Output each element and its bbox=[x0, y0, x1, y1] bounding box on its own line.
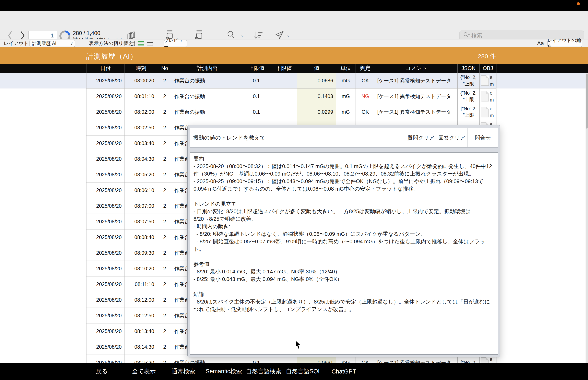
cell-time[interactable]: 08:11:10 bbox=[125, 276, 157, 292]
table-row[interactable]: 2025/08/2008:01:102作業台の振動0.10.1403mGNG[ケ… bbox=[0, 89, 588, 104]
list-view-button[interactable] bbox=[137, 41, 144, 46]
cell-time[interactable]: 08:13:40 bbox=[125, 323, 157, 339]
cell-date[interactable]: 2025/08/20 bbox=[86, 245, 125, 261]
ai-question-input[interactable]: 振動の値のトレンドを教えて bbox=[190, 128, 406, 147]
cell-date[interactable]: 2025/08/20 bbox=[86, 308, 125, 323]
cell-time[interactable]: 08:08:40 bbox=[125, 229, 157, 245]
cell-no[interactable]: 2 bbox=[157, 339, 172, 355]
cell-upper[interactable]: 0.1 bbox=[242, 73, 271, 89]
clear-question-button[interactable]: 質問クリア bbox=[406, 128, 436, 147]
ai-answer-text[interactable]: 要約 - 2025-08-20（08:00〜08:32）：値は0.014〜0.1… bbox=[190, 152, 498, 355]
cell-time[interactable]: 08:03:40 bbox=[125, 135, 157, 151]
form-view-button[interactable] bbox=[129, 41, 135, 46]
cell-no[interactable]: 2 bbox=[157, 151, 172, 167]
cell-time[interactable]: 08:04:30 bbox=[125, 151, 157, 167]
cell-time[interactable]: 08:07:50 bbox=[125, 214, 157, 229]
cell-date[interactable]: 2025/08/20 bbox=[86, 135, 125, 151]
cell-no[interactable]: 2 bbox=[157, 355, 172, 363]
cell-time[interactable]: 08:14:30 bbox=[125, 339, 157, 355]
cell-lower[interactable] bbox=[271, 89, 297, 104]
natural-language-search-button[interactable]: 自然言語検索 bbox=[246, 363, 281, 380]
cell-date[interactable]: 2025/08/20 bbox=[86, 73, 125, 89]
cell-no[interactable]: 2 bbox=[157, 182, 172, 198]
cell-time[interactable]: 08:02:50 bbox=[125, 120, 157, 135]
cell-upper[interactable]: 0.1 bbox=[242, 104, 271, 120]
cell-date[interactable]: 2025/08/20 bbox=[86, 355, 125, 363]
cell-obj[interactable]: em bbox=[480, 89, 496, 104]
cell-no[interactable]: 2 bbox=[157, 214, 172, 229]
cell-date[interactable]: 2025/08/20 bbox=[86, 120, 125, 135]
table-view-button[interactable] bbox=[147, 41, 153, 46]
cell-date[interactable]: 2025/08/20 bbox=[86, 198, 125, 214]
cell-content[interactable]: 作業台の振動 bbox=[172, 89, 242, 104]
share-chevron-down-icon[interactable]: ⌄ bbox=[286, 33, 290, 38]
current-record-input[interactable]: 1 bbox=[28, 31, 57, 40]
show-all-footer-button[interactable]: 全て表示 bbox=[132, 363, 156, 380]
formatting-bar-button[interactable]: Aa bbox=[537, 39, 544, 47]
submit-query-button[interactable]: 問合せ bbox=[468, 128, 498, 147]
cell-date[interactable]: 2025/08/20 bbox=[86, 104, 125, 120]
cell-comment[interactable]: [ケース1] 異常検知テストデータ bbox=[375, 104, 457, 120]
cell-no[interactable]: 2 bbox=[157, 245, 172, 261]
cell-value[interactable]: 0.1403 bbox=[297, 89, 336, 104]
cell-date[interactable]: 2025/08/20 bbox=[86, 167, 125, 182]
cell-comment[interactable]: [ケース1] 異常検知テストデータ bbox=[375, 89, 457, 104]
cell-json[interactable]: {"No":2,"上限 bbox=[457, 104, 480, 120]
cell-no[interactable]: 2 bbox=[157, 104, 172, 120]
cell-date[interactable]: 2025/08/20 bbox=[86, 151, 125, 167]
natural-language-sql-button[interactable]: 自然言語SQL bbox=[286, 363, 321, 380]
cell-time[interactable]: 08:10:20 bbox=[125, 261, 157, 276]
cell-time[interactable]: 08:01:10 bbox=[125, 89, 157, 104]
cell-date[interactable]: 2025/08/20 bbox=[86, 276, 125, 292]
cell-no[interactable]: 2 bbox=[157, 276, 172, 292]
scrollbar-thumb[interactable] bbox=[586, 74, 588, 129]
cell-time[interactable]: 08:12:00 bbox=[125, 292, 157, 308]
cell-time[interactable]: 08:00:20 bbox=[125, 73, 157, 89]
cell-judg[interactable]: OK bbox=[356, 104, 375, 120]
cell-no[interactable]: 2 bbox=[157, 229, 172, 245]
cell-no[interactable]: 2 bbox=[157, 120, 172, 135]
cell-comment[interactable]: [ケース1] 異常検知テストデータ bbox=[375, 73, 457, 89]
cell-unit[interactable]: mG bbox=[336, 73, 356, 89]
cell-date[interactable]: 2025/08/20 bbox=[86, 182, 125, 198]
cell-lower[interactable] bbox=[271, 73, 297, 89]
cell-value[interactable]: 0.0686 bbox=[297, 73, 336, 89]
cell-time[interactable]: 08:02:00 bbox=[125, 104, 157, 120]
cell-obj[interactable]: em bbox=[480, 104, 496, 120]
layout-picker-dropdown[interactable]: 計測履歴 AI ∨ bbox=[29, 40, 75, 47]
cell-time[interactable]: 08:12:50 bbox=[125, 308, 157, 323]
cell-date[interactable]: 2025/08/20 bbox=[86, 214, 125, 229]
cell-no[interactable]: 2 bbox=[157, 323, 172, 339]
cell-time[interactable]: 08:15:20 bbox=[125, 355, 157, 363]
cell-no[interactable]: 2 bbox=[157, 308, 172, 323]
cell-no[interactable]: 2 bbox=[157, 167, 172, 182]
cell-content[interactable]: 作業台の振動 bbox=[172, 104, 242, 120]
preview-button[interactable]: プレビュー bbox=[164, 40, 187, 47]
normal-search-button[interactable]: 通常検索 bbox=[171, 363, 195, 380]
cell-no[interactable]: 2 bbox=[157, 198, 172, 214]
cell-time[interactable]: 08:07:00 bbox=[125, 198, 157, 214]
cell-date[interactable]: 2025/08/20 bbox=[86, 229, 125, 245]
cell-no[interactable]: 2 bbox=[157, 135, 172, 151]
cell-date[interactable]: 2025/08/20 bbox=[86, 261, 125, 276]
semantic-search-button[interactable]: Semantic検索 bbox=[206, 363, 242, 380]
cell-date[interactable]: 2025/08/20 bbox=[86, 292, 125, 308]
cell-judg[interactable]: NG bbox=[356, 89, 375, 104]
cell-judg[interactable]: OK bbox=[356, 73, 375, 89]
cell-content[interactable]: 作業台の振動 bbox=[172, 73, 242, 89]
vertical-scrollbar[interactable] bbox=[586, 73, 588, 363]
cell-obj[interactable]: em bbox=[480, 73, 496, 89]
cell-json[interactable]: {"No":2,"上限 bbox=[457, 89, 480, 104]
cell-no[interactable]: 2 bbox=[157, 89, 172, 104]
cell-unit[interactable]: mG bbox=[336, 104, 356, 120]
chatgpt-button[interactable]: ChatGPT bbox=[332, 363, 356, 380]
cell-no[interactable]: 2 bbox=[157, 261, 172, 276]
cell-time[interactable]: 08:06:10 bbox=[125, 182, 157, 198]
clear-answer-button[interactable]: 回答クリア bbox=[436, 128, 468, 147]
cell-date[interactable]: 2025/08/20 bbox=[86, 323, 125, 339]
cell-lower[interactable] bbox=[271, 104, 297, 120]
cell-no[interactable]: 2 bbox=[157, 73, 172, 89]
cell-date[interactable]: 2025/08/20 bbox=[86, 89, 125, 104]
table-row[interactable]: 2025/08/2008:02:002作業台の振動0.10.0299mGOK[ケ… bbox=[0, 104, 588, 120]
cell-upper[interactable]: 0.1 bbox=[242, 89, 271, 104]
